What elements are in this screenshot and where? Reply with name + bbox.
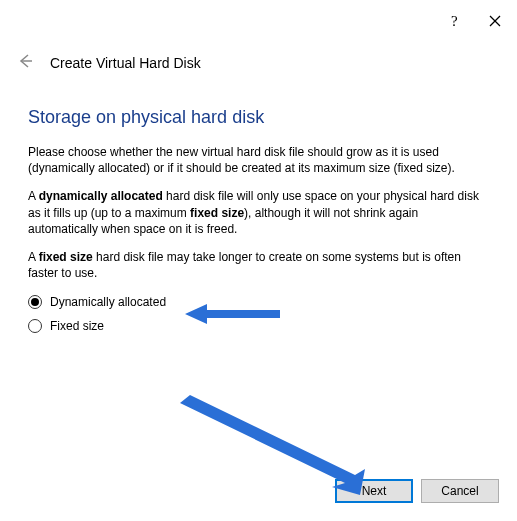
help-icon[interactable]: ? [449,13,461,29]
back-arrow-icon[interactable] [16,52,34,73]
intro-paragraph: Please choose whether the new virtual ha… [28,144,489,176]
radio-label: Dynamically allocated [50,295,166,309]
radio-dynamically-allocated[interactable]: Dynamically allocated [28,295,489,309]
wizard-content: Storage on physical hard disk Please cho… [0,107,517,333]
close-icon[interactable] [489,15,501,27]
radio-icon [28,319,42,333]
svg-text:?: ? [451,13,458,29]
radio-label: Fixed size [50,319,104,333]
fixed-paragraph: A fixed size hard disk file may take lon… [28,249,489,281]
storage-options: Dynamically allocated Fixed size [28,295,489,333]
section-heading: Storage on physical hard disk [28,107,489,128]
dynamic-paragraph: A dynamically allocated hard disk file w… [28,188,489,237]
cancel-button[interactable]: Cancel [421,479,499,503]
wizard-header: Create Virtual Hard Disk [0,42,517,93]
page-title: Create Virtual Hard Disk [50,55,201,71]
wizard-footer: Next Cancel [335,479,499,503]
titlebar: ? [0,0,517,42]
radio-icon [28,295,42,309]
radio-fixed-size[interactable]: Fixed size [28,319,489,333]
next-button[interactable]: Next [335,479,413,503]
